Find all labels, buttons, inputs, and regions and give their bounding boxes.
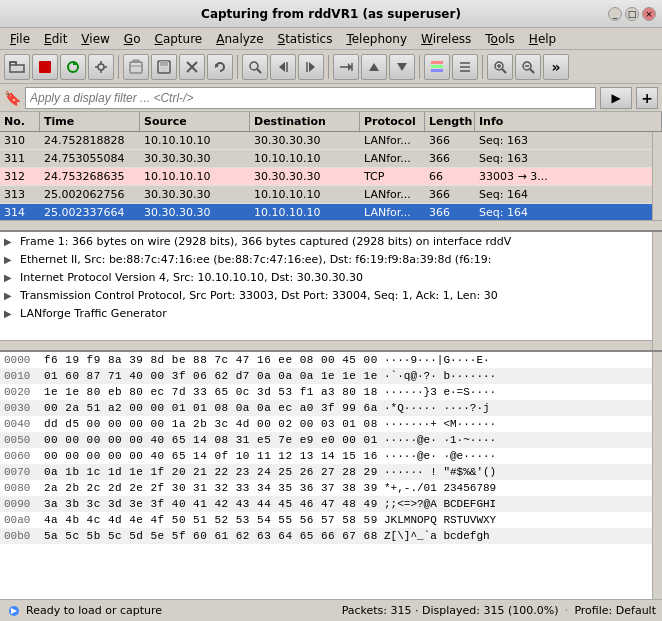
autoscroll-button[interactable] [452,54,478,80]
cell-info: Seq: 164 [475,188,662,201]
hex-row: 0070 0a 1b 1c 1d 1e 1f 20 21 22 23 24 25… [0,464,662,480]
packet-rows-container: 310 24.752818828 10.10.10.10 30.30.30.30… [0,132,662,220]
minimize-button[interactable]: _ [608,7,622,21]
hex-row: 00a0 4a 4b 4c 4d 4e 4f 50 51 52 53 54 55… [0,512,662,528]
packet-row[interactable]: 311 24.753055084 30.30.30.30 10.10.10.10… [0,150,662,168]
stop-capture-button[interactable] [32,54,58,80]
cell-dest: 30.30.30.30 [250,170,360,183]
menu-go[interactable]: Go [118,30,147,48]
hex-ascii: ····9···|G····E· [384,354,658,366]
detail-row-ethernet[interactable]: ▶ Ethernet II, Src: be:88:7c:47:16:ee (b… [0,250,662,268]
toolbar-sep-3 [328,55,329,79]
hex-offset: 0090 [4,498,40,510]
maximize-button[interactable]: □ [625,7,639,21]
cell-time: 24.753055084 [40,152,140,165]
filter-bookmark-icon[interactable]: 🔖 [4,90,21,106]
filter-add-button[interactable]: + [636,87,658,109]
detail-row-lanforge[interactable]: ▶ LANforge Traffic Generator [0,304,662,322]
hex-offset: 0040 [4,418,40,430]
capture-options-button[interactable] [88,54,114,80]
hex-offset: 0020 [4,386,40,398]
cell-no: 313 [0,188,40,201]
svg-marker-28 [369,63,379,71]
close-button[interactable]: × [642,7,656,21]
menu-view[interactable]: View [75,30,115,48]
status-bar: Ready to load or capture Packets: 315 · … [0,599,662,621]
main-content: No. Time Source Destination Protocol Len… [0,112,662,599]
hex-scrollbar[interactable] [652,352,662,599]
hex-row: 00b0 5a 5c 5b 5c 5d 5e 5f 60 61 62 63 64… [0,528,662,544]
cell-dest: 10.10.10.10 [250,152,360,165]
goto-packet-button[interactable] [333,54,359,80]
reload-file-button[interactable] [207,54,233,80]
open-button[interactable] [4,54,30,80]
window-title: Capturing from rddVR1 (as superuser) [201,7,461,21]
restart-capture-button[interactable] [60,54,86,80]
menu-analyze[interactable]: Analyze [210,30,269,48]
svg-point-19 [250,62,258,70]
detail-row-tcp[interactable]: ▶ Transmission Control Protocol, Src Por… [0,286,662,304]
detail-text-lanforge: LANforge Traffic Generator [20,307,167,320]
toolbar-sep-5 [482,55,483,79]
col-header-info: Info [475,112,662,131]
hex-ascii: ·`·q@·?· b······· [384,370,658,382]
hex-ascii: ······}3 e·=S···· [384,386,658,398]
zoom-in-button[interactable] [487,54,513,80]
open-file-button[interactable] [123,54,149,80]
col-header-source: Source [140,112,250,131]
detail-scrollbar[interactable] [652,232,662,350]
cell-no: 311 [0,152,40,165]
more-toolbar-button[interactable]: » [543,54,569,80]
cell-time: 25.002337664 [40,206,140,219]
svg-point-5 [98,64,104,70]
find-button[interactable] [242,54,268,80]
go-forward-button[interactable] [298,54,324,80]
menu-capture[interactable]: Capture [148,30,208,48]
packet-row[interactable]: 312 24.753268635 10.10.10.10 30.30.30.30… [0,168,662,186]
cell-len: 66 [425,170,475,183]
menu-telephony[interactable]: Telephony [340,30,413,48]
packet-list[interactable]: No. Time Source Destination Protocol Len… [0,112,662,232]
hex-ascii: ·······+ <M······ [384,418,658,430]
title-bar: Capturing from rddVR1 (as superuser) _ □… [0,0,662,28]
zoom-out-button[interactable] [515,54,541,80]
svg-line-41 [530,69,534,73]
hex-offset: 0060 [4,450,40,462]
packet-list-scrollbar[interactable] [652,132,662,220]
packet-row[interactable]: 310 24.752818828 10.10.10.10 30.30.30.30… [0,132,662,150]
packet-row[interactable]: 314 25.002337664 30.30.30.30 10.10.10.10… [0,204,662,220]
filter-input[interactable] [25,87,596,109]
hex-dump: 0000 f6 19 f9 8a 39 8d be 88 7c 47 16 ee… [0,352,662,599]
menu-file[interactable]: File [4,30,36,48]
cell-time: 24.753268635 [40,170,140,183]
hex-row: 0060 00 00 00 00 00 40 65 14 0f 10 11 12… [0,448,662,464]
filter-apply-button[interactable]: ▶ [600,87,632,109]
cell-source: 30.30.30.30 [140,188,250,201]
menu-wireless[interactable]: Wireless [415,30,477,48]
packet-row[interactable]: 313 25.002062756 30.30.30.30 10.10.10.10… [0,186,662,204]
packet-detail: ▶ Frame 1: 366 bytes on wire (2928 bits)… [0,232,662,352]
cell-source: 30.30.30.30 [140,152,250,165]
save-file-button[interactable] [151,54,177,80]
go-back-button[interactable] [270,54,296,80]
cell-proto: LANfor... [360,134,425,147]
cell-no: 310 [0,134,40,147]
col-header-proto: Protocol [360,112,425,131]
menu-edit[interactable]: Edit [38,30,73,48]
cell-len: 366 [425,188,475,201]
next-packet-button[interactable] [389,54,415,80]
detail-row-frame[interactable]: ▶ Frame 1: 366 bytes on wire (2928 bits)… [0,232,662,250]
expand-icon: ▶ [4,290,16,301]
menu-tools[interactable]: Tools [479,30,521,48]
close-file-button[interactable] [179,54,205,80]
packet-list-hscrollbar[interactable] [0,220,662,230]
color-rules-button[interactable] [424,54,450,80]
menu-statistics[interactable]: Statistics [272,30,339,48]
cell-source: 30.30.30.30 [140,206,250,219]
expand-icon: ▶ [4,272,16,283]
detail-row-ip[interactable]: ▶ Internet Protocol Version 4, Src: 10.1… [0,268,662,286]
hex-row: 0090 3a 3b 3c 3d 3e 3f 40 41 42 43 44 45… [0,496,662,512]
menu-help[interactable]: Help [523,30,562,48]
prev-packet-button[interactable] [361,54,387,80]
detail-hscrollbar[interactable] [0,340,652,350]
